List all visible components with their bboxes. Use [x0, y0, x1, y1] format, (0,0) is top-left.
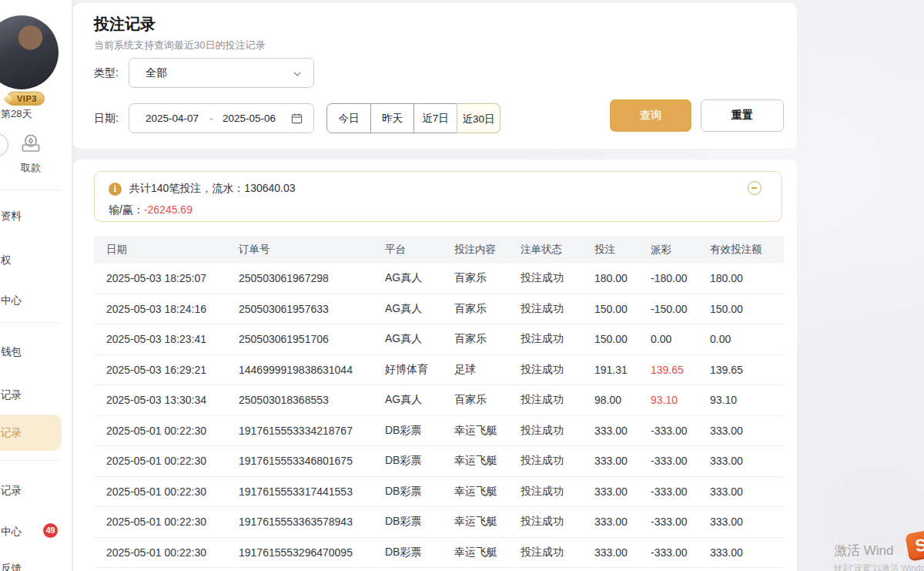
deposit-icon[interactable]: [0, 133, 8, 156]
table-cell-status: 投注成功: [521, 302, 594, 316]
table-cell-order: 1917615553334218767: [239, 425, 385, 437]
quick-range-today[interactable]: 今日: [327, 104, 370, 133]
avatar[interactable]: [0, 15, 59, 89]
table-cell-status: 投注成功: [521, 546, 594, 559]
table-cell-bet: 333.00: [594, 516, 651, 528]
table-cell-status: 投注成功: [521, 332, 594, 346]
vip-badge-label: VIP3: [17, 94, 37, 103]
table-cell-date: 2025-05-01 00:22:30: [106, 485, 239, 498]
table-row: 2025-05-03 18:24:16250503061957633AG真人百家…: [94, 294, 784, 325]
date-separator: -: [209, 113, 213, 124]
sidebar-item-feedback[interactable]: 反馈: [1, 562, 22, 571]
quick-range-yesterday[interactable]: 昨天: [370, 104, 413, 133]
table-row: 2025-05-03 13:30:34250503018368553AG真人百家…: [94, 385, 784, 416]
table-cell-platform: DB彩票: [385, 485, 454, 499]
table-cell-payout: -180.00: [651, 272, 710, 284]
table-cell-payout: 139.65: [651, 364, 710, 376]
sidebar-item-bet-records-active[interactable]: 记录: [1, 426, 22, 440]
table-cell-content: 百家乐: [454, 302, 521, 316]
vip-badge: VIP3: [6, 92, 45, 106]
table-cell-date: 2025-05-03 16:29:21: [106, 364, 239, 376]
withdraw-button[interactable]: 取款: [18, 131, 43, 175]
calendar-icon: [291, 113, 303, 124]
table-header-cell: 投注: [594, 243, 651, 257]
table-header-cell: 注单状态: [521, 243, 594, 257]
table-header-cell: 平台: [385, 243, 454, 257]
table-header-cell: 投注内容: [454, 243, 521, 257]
table-cell-payout: 0.00: [651, 333, 710, 345]
table-cell-valid: 139.65: [710, 364, 784, 376]
table-cell-platform: DB彩票: [385, 454, 454, 468]
sidebar-divider: [0, 322, 62, 323]
table-cell-status: 投注成功: [521, 363, 594, 377]
table-cell-date: 2025-05-03 18:25:07: [106, 272, 239, 284]
page-subtitle: 当前系统支持查询最近30日的投注记录: [94, 39, 265, 52]
table-cell-valid: 333.00: [710, 455, 784, 467]
sidebar-item-profile[interactable]: 资料: [1, 210, 22, 223]
table-cell-order: 1917615553346801675: [239, 455, 385, 467]
table-cell-bet: 98.00: [594, 394, 651, 406]
table-cell-content: 幸运飞艇: [454, 485, 521, 499]
table-header-cell: 派彩: [651, 243, 710, 257]
table-cell-valid: 333.00: [710, 546, 784, 559]
table-cell-content: 足球: [454, 363, 521, 377]
activate-windows-watermark-sub: 转到“设置”以激活 Windows。: [834, 563, 924, 571]
table-cell-payout: -333.00: [651, 516, 710, 528]
summary-text: 共计140笔投注，流水：130640.03: [129, 182, 296, 196]
sidebar-divider: [0, 460, 62, 461]
sidebar-item-privilege[interactable]: 权: [1, 254, 12, 267]
table-cell-bet: 150.00: [594, 333, 651, 345]
reset-button[interactable]: 重置: [701, 99, 784, 132]
table-cell-platform: AG真人: [385, 271, 454, 285]
date-range-input[interactable]: 2025-04-07 - 2025-05-06: [129, 103, 314, 133]
table-row: 2025-05-01 00:22:301917615553317441553DB…: [94, 477, 784, 508]
table-cell-payout: -150.00: [651, 303, 710, 315]
table-cell-valid: 180.00: [710, 272, 784, 284]
collapse-icon[interactable]: [748, 181, 762, 195]
table-cell-payout: -333.00: [651, 485, 710, 498]
quick-range-7days[interactable]: 近7日: [413, 104, 457, 133]
page-title: 投注记录: [94, 14, 156, 35]
table-header: 日期订单号平台投注内容注单状态投注派彩有效投注额: [94, 236, 784, 264]
sidebar-item-center[interactable]: 中心: [1, 294, 22, 307]
table-row: 2025-05-01 00:22:301917615553363578943DB…: [94, 507, 784, 538]
type-select[interactable]: 全部: [129, 58, 314, 88]
table-header-cell: 订单号: [239, 243, 385, 257]
bet-records-table: 日期订单号平台投注内容注单状态投注派彩有效投注额 2025-05-03 18:2…: [94, 236, 784, 568]
table-cell-status: 投注成功: [521, 271, 594, 285]
sidebar-item-records-1[interactable]: 记录: [1, 388, 22, 402]
table-cell-platform: DB彩票: [385, 515, 454, 529]
table-cell-platform: AG真人: [385, 332, 454, 346]
register-days-text: 第28天: [1, 107, 32, 121]
table-cell-platform: DB彩票: [385, 546, 454, 559]
table-cell-date: 2025-05-03 18:24:16: [106, 303, 239, 315]
diamond-icon: [3, 94, 13, 104]
table-cell-status: 投注成功: [521, 515, 594, 529]
table-cell-bet: 333.00: [594, 425, 651, 437]
date-end-value: 2025-05-06: [223, 113, 276, 124]
sidebar-item-wallet[interactable]: 钱包: [1, 345, 22, 359]
chevron-down-icon: [293, 70, 301, 78]
activate-windows-watermark: 激活 Wind: [834, 542, 893, 559]
date-label: 日期:: [94, 112, 119, 126]
withdraw-label: 取款: [18, 161, 43, 175]
sidebar-divider: [0, 190, 62, 190]
table-row: 2025-05-03 18:23:41250503061951706AG真人百家…: [94, 324, 784, 355]
sidebar-item-records-2[interactable]: 记录: [1, 484, 22, 498]
sidebar-item-message-center[interactable]: 中心: [1, 525, 22, 539]
table-cell-order: 1917615553363578943: [239, 516, 385, 528]
table-cell-content: 百家乐: [454, 271, 521, 285]
loss-label: 输/赢：: [109, 203, 144, 216]
table-cell-order: 250503061957633: [239, 303, 385, 315]
table-cell-order: 1917615553317441553: [239, 485, 385, 498]
table-row: 2025-05-03 16:29:211446999919838631044好博…: [94, 355, 784, 386]
sidebar: VIP3 第28天 取款 资料 权 中心 钱包 记录 记录 记录 中心 49 反…: [0, 0, 72, 571]
quick-range-30days[interactable]: 近30日: [457, 103, 500, 133]
table-cell-bet: 333.00: [594, 455, 651, 467]
table-cell-content: 幸运飞艇: [454, 546, 521, 559]
search-button[interactable]: 查询: [610, 99, 691, 132]
table-cell-valid: 333.00: [710, 516, 784, 528]
quick-range-group: 今日 昨天 近7日 近30日: [326, 103, 500, 133]
table-cell-valid: 0.00: [710, 333, 784, 345]
table-cell-content: 百家乐: [454, 393, 521, 407]
